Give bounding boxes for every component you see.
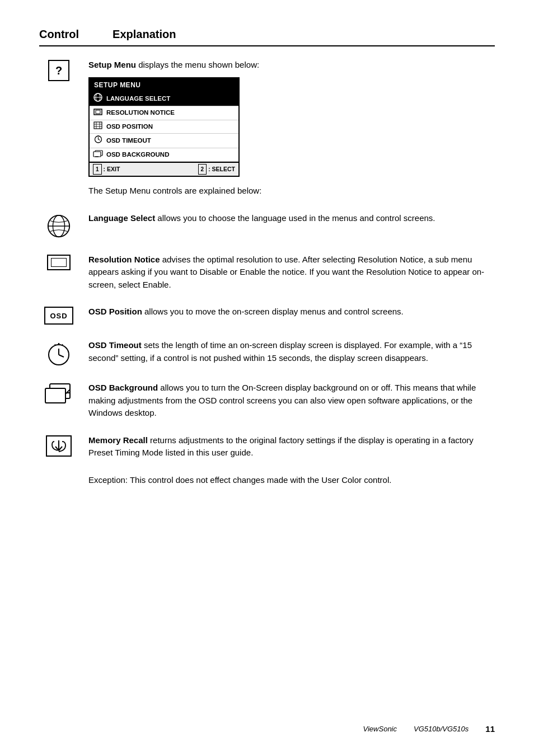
svg-rect-5	[94, 122, 102, 129]
resolution-icon-col	[39, 253, 78, 270]
memory-recall-text: Memory Recall returns adjustments to the…	[88, 434, 495, 459]
menu-label-osd-bg: OSD BACKGROUND	[106, 150, 169, 159]
osd-position-bold: OSD Position	[88, 307, 142, 316]
svg-line-12	[98, 139, 100, 140]
osd-timeout-icon-col	[39, 339, 78, 367]
menu-item-resolution: RESOLUTION NOTICE	[90, 106, 238, 120]
header-control-label: Control	[39, 28, 79, 41]
osd-background-bold: OSD Background	[88, 383, 158, 392]
select-key: 2	[198, 164, 207, 175]
question-icon: ?	[48, 60, 69, 81]
exception-content: Exception: This control does not effect …	[88, 475, 391, 485]
footer-page: 11	[485, 724, 495, 734]
osd-position-icon-col: OSD	[39, 306, 78, 325]
osd-timeout-desc: sets the length of time an on-screen dis…	[88, 340, 472, 363]
osd-position-text: OSD Position allows you to move the on-s…	[88, 306, 495, 318]
osd-position-desc: allows you to move the on-screen display…	[142, 307, 404, 316]
rect-icon-menu	[93, 107, 103, 119]
setup-intro-bold: Setup Menu	[88, 60, 136, 69]
osd-background-text: OSD Background allows you to turn the On…	[88, 382, 495, 420]
section-osd-timeout: OSD Timeout sets the length of time an o…	[39, 339, 495, 367]
setup-menu-diagram: SETUP MENU LANGUAGE SELECT	[88, 77, 240, 177]
resolution-bold: Resolution Notice	[88, 255, 160, 264]
resolution-text: Resolution Notice advises the optimal re…	[88, 253, 495, 292]
svg-line-25	[62, 344, 63, 346]
select-label: : SELECT	[208, 165, 235, 174]
header-explanation-label: Explanation	[113, 28, 176, 41]
footer-select: 2 : SELECT	[198, 164, 235, 175]
setup-text-col: Setup Menu displays the menu shown below…	[88, 59, 495, 198]
menu-item-osd-bg: OSD BACKGROUND	[90, 148, 238, 162]
section-osd-position: OSD OSD Position allows you to move the …	[39, 306, 495, 325]
svg-line-22	[59, 355, 64, 357]
osd-grid-icon-menu	[93, 121, 103, 133]
svg-rect-15	[93, 152, 101, 157]
menu-label-resolution: RESOLUTION NOTICE	[106, 108, 175, 118]
exit-label: : EXIT	[104, 165, 120, 174]
svg-rect-27	[45, 388, 65, 403]
menu-item-language: LANGUAGE SELECT	[90, 92, 238, 107]
language-icon-col	[39, 212, 78, 239]
section-language: Language Select allows you to choose the…	[39, 212, 495, 239]
memory-recall-icon-col	[39, 434, 78, 457]
after-menu-text: The Setup Menu controls are explained be…	[88, 185, 495, 198]
page: Control Explanation ? Setup Menu display…	[0, 0, 534, 531]
menu-label-osd-timeout: OSD TIMEOUT	[106, 136, 151, 145]
language-desc: allows you to choose the language used i…	[155, 213, 435, 223]
header: Control Explanation	[39, 28, 495, 46]
svg-line-24	[55, 344, 55, 346]
section-setup: ? Setup Menu displays the menu shown bel…	[39, 59, 495, 198]
setup-icon-col: ?	[39, 59, 78, 81]
osd-position-icon: OSD	[44, 307, 73, 325]
setup-intro-text: displays the menu shown below:	[138, 60, 259, 69]
svg-rect-4	[96, 110, 100, 114]
osd-timeout-bold: OSD Timeout	[88, 340, 142, 350]
monitor-icon	[43, 383, 74, 407]
osd-timeout-text: OSD Timeout sets the length of time an o…	[88, 339, 495, 364]
monitor-icon-menu	[93, 149, 103, 161]
memory-recall-bold: Memory Recall	[88, 435, 148, 445]
memory-recall-icon	[46, 435, 72, 457]
section-osd-background: OSD Background allows you to turn the On…	[39, 382, 495, 420]
globe-icon-menu	[93, 93, 103, 105]
language-bold: Language Select	[88, 213, 155, 223]
menu-item-osd-timeout: OSD TIMEOUT	[90, 134, 238, 148]
language-text: Language Select allows you to choose the…	[88, 212, 495, 225]
setup-menu-title: SETUP MENU	[90, 78, 238, 92]
exit-key: 1	[93, 164, 102, 175]
section-resolution: Resolution Notice advises the optimal re…	[39, 253, 495, 292]
menu-item-osd-pos: OSD POSITION	[90, 120, 238, 134]
clock-icon-menu	[93, 135, 103, 147]
resolution-icon-inner	[51, 258, 67, 267]
page-footer: ViewSonic VG510b/VG510s 11	[39, 724, 495, 734]
footer-model: VG510b/VG510s	[414, 725, 469, 733]
osd-background-icon-col	[39, 382, 78, 407]
exception-text: Exception: This control does not effect …	[88, 474, 495, 487]
resolution-icon	[47, 255, 71, 270]
footer-exit: 1 : EXIT	[93, 164, 120, 175]
globe-icon	[46, 213, 72, 239]
footer-brand: ViewSonic	[363, 725, 397, 733]
section-memory-recall: Memory Recall returns adjustments to the…	[39, 434, 495, 459]
menu-label-language: LANGUAGE SELECT	[106, 94, 170, 104]
clock-icon	[45, 340, 72, 367]
setup-menu-footer: 1 : EXIT 2 : SELECT	[90, 162, 238, 176]
menu-label-osd-pos: OSD POSITION	[106, 122, 153, 132]
